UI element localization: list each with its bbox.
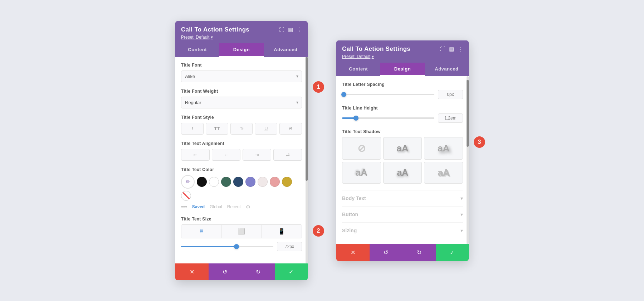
align-left-button[interactable]: ⇤ [181,149,210,161]
title-size-input[interactable] [277,242,302,251]
panel-left-header: Call To Action Settings ⛶ ▦ ⋮ Preset: De… [175,21,308,43]
tab-design-left[interactable]: Design [219,43,263,57]
tablet-button[interactable]: ⬜ [221,225,262,238]
reset-button-left[interactable]: ↺ [209,263,242,280]
save-button-left[interactable]: ✓ [275,263,308,280]
panel-left-preset: Preset: Default ▾ [181,35,302,40]
body-text-section[interactable]: Body Text ▾ [342,190,463,206]
align-right-button[interactable]: ⇥ [243,149,271,161]
save-button-right[interactable]: ✓ [436,244,469,261]
tab-content-right[interactable]: Content [336,63,380,76]
underline-button[interactable]: U [255,123,277,135]
tab-advanced-right[interactable]: Advanced [425,63,469,76]
more-icon-right[interactable]: ⋮ [458,46,463,52]
title-line-height-track[interactable] [342,117,434,119]
saved-tab[interactable]: Saved [192,204,205,209]
color-picker-button[interactable]: ✏ [181,175,195,189]
color-swatch-green[interactable] [221,177,231,187]
more-colors-button[interactable]: ••• [181,204,187,210]
panel-left-title: Call To Action Settings [181,26,249,33]
mobile-button[interactable]: 📱 [262,225,302,238]
align-justify-button[interactable]: ⇄ [273,149,302,161]
shadow-text-3: aA [356,167,367,178]
title-font-style-buttons: I TT Tt U S [181,123,302,135]
tab-content-left[interactable]: Content [175,43,219,57]
shadow-text-2: aA [438,143,449,154]
title-size-slider-track[interactable] [181,246,273,247]
italic-button[interactable]: I [181,123,204,135]
desktop-button[interactable]: 🖥 [181,225,221,238]
title-line-height-thumb[interactable] [353,116,358,121]
color-settings-icon[interactable]: ⚙ [246,204,250,210]
sizing-label: Sizing [342,228,357,233]
button-label: Button [342,212,358,217]
panel-left-tabs: Content Design Advanced [175,43,308,57]
color-swatch-white[interactable] [209,177,219,187]
capitalize-button[interactable]: Tt [230,123,253,135]
redo-button-left[interactable]: ↻ [241,263,275,280]
title-line-height-group: Title Line Height [342,106,463,123]
title-line-height-label: Title Line Height [342,106,463,111]
panel-right-header-icons: ⛶ ▦ ⋮ [440,46,463,52]
global-tab[interactable]: Global [210,204,222,209]
shadow-option-4[interactable]: aA [383,162,422,184]
shadow-option-1[interactable]: aA [383,137,422,160]
color-swatch-pink-light[interactable] [258,177,268,187]
shadow-option-2[interactable]: aA [424,137,463,160]
cancel-button-right[interactable]: ✕ [336,244,370,261]
uppercase-button[interactable]: TT [206,123,228,135]
tab-advanced-left[interactable]: Advanced [264,43,308,57]
title-text-alignment-group: Title Text Alignment ⇤ ↔ ⇥ ⇄ [181,141,302,161]
title-text-shadow-group: Title Text Shadow ⊘ aA aA [342,129,463,184]
fullscreen-icon[interactable]: ⛶ [279,26,284,33]
panel-right-preset: Preset: Default ▾ [342,54,463,59]
reset-button-right[interactable]: ↺ [370,244,403,261]
layout-icon-right[interactable]: ▦ [449,46,454,52]
scrollbar[interactable] [306,57,308,263]
strikethrough-button[interactable]: S [279,123,302,135]
title-font-weight-select[interactable]: Regular [181,97,302,108]
layout-icon[interactable]: ▦ [288,26,293,33]
scrollbar-right[interactable] [467,76,469,244]
device-buttons: 🖥 ⬜ 📱 [181,224,302,238]
title-letter-spacing-label: Title Letter Spacing [342,82,463,87]
title-text-color-swatches: ✏ [181,175,302,201]
title-size-slider-thumb[interactable] [234,244,239,249]
title-size-slider-fill [181,246,236,247]
shadow-option-3[interactable]: aA [342,162,381,184]
shadow-option-none[interactable]: ⊘ [342,137,381,160]
panel-left-body: Title Font Alike ▾ Title Font Weight Reg… [175,57,308,263]
cancel-button-left[interactable]: ✕ [175,263,209,280]
title-font-select[interactable]: Alike [181,71,302,82]
color-swatch-black[interactable] [197,177,207,187]
panel-left-footer: ✕ ↺ ↻ ✓ [175,263,308,280]
scrollbar-thumb [306,57,308,181]
button-section[interactable]: Button ▾ [342,206,463,222]
color-swatch-gold[interactable] [282,177,292,187]
color-swatch-navy[interactable] [233,177,243,187]
tab-design-right[interactable]: Design [380,63,424,76]
align-center-button[interactable]: ↔ [212,149,240,161]
color-swatch-purple[interactable] [245,177,255,187]
redo-button-right[interactable]: ↻ [402,244,436,261]
panel-right-body: Title Letter Spacing Title Line Height [336,76,469,244]
title-letter-spacing-track[interactable] [342,94,434,95]
color-swatch-red-stripe[interactable] [181,191,191,201]
body-text-label: Body Text [342,195,366,201]
fullscreen-icon-right[interactable]: ⛶ [440,46,445,52]
title-letter-spacing-thumb[interactable] [341,92,346,97]
shadow-option-5[interactable]: aA [424,162,463,184]
title-line-height-input[interactable] [438,113,463,123]
title-text-shadow-grid: ⊘ aA aA aA aA [342,137,463,184]
shadow-text-5: aA [438,167,449,178]
color-swatch-salmon[interactable] [270,177,280,187]
scrollbar-thumb-right [467,80,469,147]
sizing-section[interactable]: Sizing ▾ [342,222,463,238]
title-font-label: Title Font [181,63,302,68]
title-text-alignment-buttons: ⇤ ↔ ⇥ ⇄ [181,149,302,161]
recent-tab[interactable]: Recent [227,204,241,209]
color-tabs: Saved Global Recent [192,204,241,209]
panel-right-title: Call To Action Settings [342,45,410,53]
more-icon[interactable]: ⋮ [297,26,302,33]
title-letter-spacing-input[interactable] [438,90,463,99]
